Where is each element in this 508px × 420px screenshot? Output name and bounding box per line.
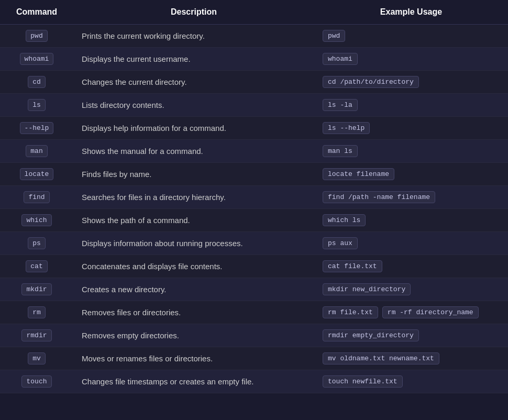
command-badge: pwd [26, 30, 47, 42]
command-cell: rmdir [0, 324, 73, 347]
example-badge: pwd [323, 30, 345, 42]
examples-cell: ls --help [314, 117, 508, 140]
command-cell: locate [0, 163, 73, 186]
example-badge: locate filename [323, 168, 394, 180]
examples-cell: cat file.txt [314, 255, 508, 278]
command-badge: --help [20, 122, 54, 134]
command-cell: whoami [0, 48, 73, 71]
table-row: whoamiDisplays the current username.whoa… [0, 48, 508, 71]
table-row: mkdirCreates a new directory.mkdir new_d… [0, 278, 508, 301]
table-row: mvMoves or renames files or directories.… [0, 347, 508, 370]
example-badge: rm -rf directory_name [382, 306, 479, 318]
table-row: whichShows the path of a command.which l… [0, 209, 508, 232]
examples-cell: cd /path/to/directory [314, 71, 508, 94]
command-badge: ps [28, 237, 46, 249]
description-cell: Displays the current username. [73, 48, 314, 71]
table-row: locateFinds files by name.locate filenam… [0, 163, 508, 186]
description-cell: Moves or renames files or directories. [73, 347, 314, 370]
examples-cell: locate filename [314, 163, 508, 186]
command-badge: which [21, 214, 51, 226]
example-badge: mkdir new_directory [323, 283, 411, 295]
description-cell: Finds files by name. [73, 163, 314, 186]
command-badge: rm [28, 306, 46, 318]
description-cell: Changes the current directory. [73, 71, 314, 94]
example-badge: whoami [323, 53, 358, 65]
table-header-row: Command Description Example Usage [0, 0, 508, 25]
description-cell: Removes empty directories. [73, 324, 314, 347]
example-badge: cat file.txt [323, 260, 382, 272]
command-badge: rmdir [21, 329, 51, 341]
example-badge: cd /path/to/directory [323, 76, 419, 88]
command-badge: touch [21, 375, 51, 388]
table-row: cdChanges the current directory.cd /path… [0, 71, 508, 94]
col-command-header: Command [0, 0, 73, 25]
table-row: --helpDisplays help information for a co… [0, 117, 508, 140]
command-cell: find [0, 186, 73, 209]
example-badge: touch newfile.txt [323, 375, 403, 388]
table-row: findSearches for files in a directory hi… [0, 186, 508, 209]
description-cell: Changes file timestamps or creates an em… [73, 370, 314, 393]
examples-cell: ps aux [314, 232, 508, 255]
examples-cell: pwd [314, 25, 508, 48]
command-badge: mkdir [21, 283, 51, 295]
table-row: rmdirRemoves empty directories.rmdir emp… [0, 324, 508, 347]
commands-table: Command Description Example Usage pwdPri… [0, 0, 508, 393]
description-cell: Searches for files in a directory hierar… [73, 186, 314, 209]
table-row: touchChanges file timestamps or creates … [0, 370, 508, 393]
example-badge: find /path -name filename [323, 191, 435, 203]
command-cell: mv [0, 347, 73, 370]
command-cell: cd [0, 71, 73, 94]
description-cell: Prints the current working directory. [73, 25, 314, 48]
example-badge: ps aux [323, 237, 358, 249]
examples-cell: rm file.txtrm -rf directory_name [314, 301, 508, 324]
examples-cell: mkdir new_directory [314, 278, 508, 301]
examples-cell: rmdir empty_directory [314, 324, 508, 347]
table-row: rmRemoves files or directories.rm file.t… [0, 301, 508, 324]
table-row: psDisplays information about running pro… [0, 232, 508, 255]
examples-cell: ls -la [314, 94, 508, 117]
command-cell: touch [0, 370, 73, 393]
example-badge: man ls [323, 145, 358, 157]
examples-cell: whoami [314, 48, 508, 71]
command-cell: mkdir [0, 278, 73, 301]
command-badge: cat [26, 260, 47, 272]
examples-cell: mv oldname.txt newname.txt [314, 347, 508, 370]
command-badge: man [26, 145, 47, 157]
description-cell: Shows the path of a command. [73, 209, 314, 232]
col-example-header: Example Usage [314, 0, 508, 25]
command-badge: whoami [20, 53, 54, 65]
command-cell: which [0, 209, 73, 232]
example-badge: ls --help [323, 122, 370, 134]
example-badge: which ls [323, 214, 366, 226]
command-cell: cat [0, 255, 73, 278]
command-cell: --help [0, 117, 73, 140]
description-cell: Lists directory contents. [73, 94, 314, 117]
example-badge: ls -la [323, 99, 358, 111]
examples-cell: touch newfile.txt [314, 370, 508, 393]
command-cell: pwd [0, 25, 73, 48]
example-badge: rm file.txt [323, 306, 378, 318]
col-description-header: Description [73, 0, 314, 25]
examples-cell: man ls [314, 140, 508, 163]
examples-cell: which ls [314, 209, 508, 232]
description-cell: Displays help information for a command. [73, 117, 314, 140]
table-row: catConcatenates and displays file conten… [0, 255, 508, 278]
command-cell: ls [0, 94, 73, 117]
description-cell: Removes files or directories. [73, 301, 314, 324]
example-badge: rmdir empty_directory [323, 329, 419, 341]
examples-cell: find /path -name filename [314, 186, 508, 209]
command-cell: ps [0, 232, 73, 255]
table-row: manShows the manual for a command.man ls [0, 140, 508, 163]
command-badge: locate [20, 168, 54, 180]
description-cell: Shows the manual for a command. [73, 140, 314, 163]
table-row: lsLists directory contents.ls -la [0, 94, 508, 117]
command-badge: mv [28, 352, 46, 364]
description-cell: Displays information about running proce… [73, 232, 314, 255]
description-cell: Concatenates and displays file contents. [73, 255, 314, 278]
command-badge: cd [28, 76, 46, 88]
command-cell: rm [0, 301, 73, 324]
command-cell: man [0, 140, 73, 163]
example-badge: mv oldname.txt newname.txt [323, 352, 439, 364]
table-row: pwdPrints the current working directory.… [0, 25, 508, 48]
command-badge: find [24, 191, 49, 203]
